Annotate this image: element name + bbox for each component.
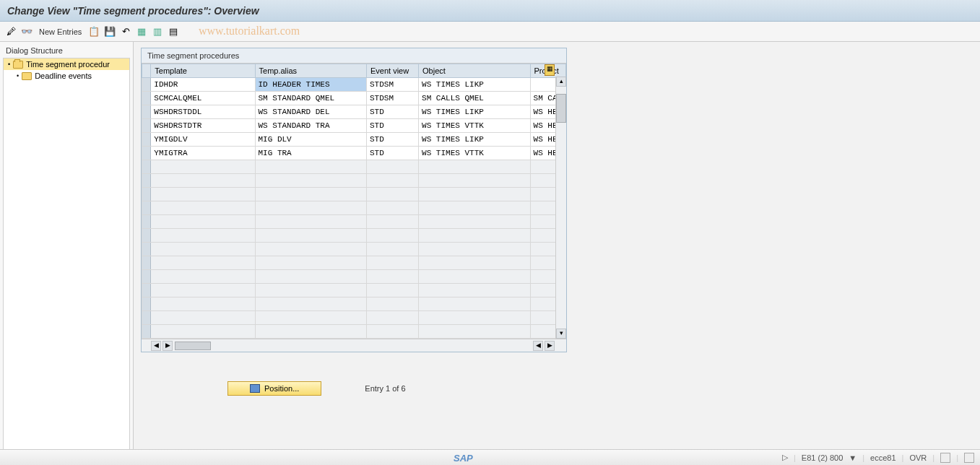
row-header[interactable] <box>142 174 151 188</box>
cell-empty[interactable] <box>255 270 366 284</box>
cell-alias[interactable]: SM STANDARD QMEL <box>255 92 366 105</box>
row-header[interactable] <box>142 229 151 243</box>
cell-empty[interactable] <box>366 188 418 201</box>
cell-empty[interactable] <box>366 229 418 243</box>
cell-empty[interactable] <box>366 215 418 229</box>
cell-template[interactable]: WSHDRSTDDL <box>151 105 255 119</box>
cell-event[interactable]: STDSM <box>366 92 418 105</box>
new-entries-button[interactable]: New Entries <box>36 27 84 36</box>
vscroll-thumb[interactable] <box>556 94 566 123</box>
cell-empty[interactable] <box>255 229 366 243</box>
col-template[interactable]: Template <box>151 64 255 78</box>
cell-empty[interactable] <box>419 270 530 284</box>
cell-empty[interactable] <box>419 215 530 229</box>
cell-empty[interactable] <box>151 174 255 188</box>
cell-object[interactable]: WS TIMES LIKP <box>419 105 530 119</box>
cell-object[interactable]: SM CALLS QMEL <box>419 92 530 105</box>
table-row-empty[interactable] <box>142 256 566 270</box>
cell-empty[interactable] <box>151 201 255 215</box>
cell-empty[interactable] <box>151 297 255 311</box>
row-header[interactable] <box>142 215 151 229</box>
cell-empty[interactable] <box>255 215 366 229</box>
cell-empty[interactable] <box>255 201 366 215</box>
row-header[interactable] <box>142 297 151 311</box>
cell-empty[interactable] <box>419 201 530 215</box>
position-button[interactable]: Position... <box>227 381 321 396</box>
cell-empty[interactable] <box>419 160 530 174</box>
cell-empty[interactable] <box>366 311 418 325</box>
cell-empty[interactable] <box>255 297 366 311</box>
glasses-icon[interactable]: 👓 <box>20 25 33 38</box>
cell-empty[interactable] <box>151 284 255 297</box>
cell-empty[interactable] <box>419 297 530 311</box>
status-system[interactable]: E81 (2) 800 <box>802 453 843 462</box>
table-row-empty[interactable] <box>142 325 566 339</box>
cell-empty[interactable] <box>151 188 255 201</box>
cell-empty[interactable] <box>419 243 530 256</box>
status-layout-icon[interactable] <box>940 453 950 463</box>
hscroll-right-icon[interactable]: ▶ <box>162 341 173 351</box>
hscroll-thumb[interactable] <box>175 342 211 350</box>
toggle-icon[interactable]: 🖉 <box>4 25 17 38</box>
dropdown-icon[interactable]: ▼ <box>849 453 857 462</box>
table-row-empty[interactable] <box>142 160 566 174</box>
tree-item-deadline[interactable]: • Deadline events <box>4 70 129 82</box>
scroll-down-icon[interactable]: ▾ <box>556 329 566 339</box>
table-row-empty[interactable] <box>142 243 566 256</box>
col-alias[interactable]: Temp.alias <box>255 64 366 78</box>
cell-alias[interactable]: WS STANDARD DEL <box>255 105 366 119</box>
table-row[interactable]: WSHDRSTDTRWS STANDARD TRASTDWS TIMES VTT… <box>142 119 566 133</box>
cell-empty[interactable] <box>255 311 366 325</box>
row-header[interactable] <box>142 270 151 284</box>
cell-empty[interactable] <box>151 311 255 325</box>
deselect-icon[interactable]: ▥ <box>151 25 164 38</box>
cell-event[interactable]: STD <box>366 105 418 119</box>
row-header[interactable] <box>142 78 151 92</box>
row-header[interactable] <box>142 284 151 297</box>
cell-empty[interactable] <box>366 201 418 215</box>
row-header[interactable] <box>142 105 151 119</box>
copy-icon[interactable]: 📋 <box>87 25 100 38</box>
table-row[interactable]: WSHDRSTDDLWS STANDARD DELSTDWS TIMES LIK… <box>142 105 566 119</box>
table-row-empty[interactable] <box>142 229 566 243</box>
cell-template[interactable]: YMIGDLV <box>151 133 255 147</box>
table-row[interactable]: YMIGTRAMIG TRASTDWS TIMES VTTKWS HEA <box>142 147 566 160</box>
cell-object[interactable]: WS TIMES VTTK <box>419 119 530 133</box>
hscroll-right2-icon[interactable]: ▶ <box>545 341 555 351</box>
cell-empty[interactable] <box>419 188 530 201</box>
cell-empty[interactable] <box>151 256 255 270</box>
cell-empty[interactable] <box>151 160 255 174</box>
cell-empty[interactable] <box>419 174 530 188</box>
cell-alias[interactable]: ID HEADER TIMES <box>255 78 366 92</box>
cell-object[interactable]: WS TIMES VTTK <box>419 147 530 160</box>
cell-empty[interactable] <box>366 325 418 339</box>
cell-alias[interactable]: MIG DLV <box>255 133 366 147</box>
row-header[interactable] <box>142 188 151 201</box>
cell-empty[interactable] <box>255 160 366 174</box>
cell-empty[interactable] <box>366 284 418 297</box>
row-header[interactable] <box>142 92 151 105</box>
cell-event[interactable]: STDSM <box>366 78 418 92</box>
cell-template[interactable]: IDHDR <box>151 78 255 92</box>
cell-object[interactable]: WS TIMES LIKP <box>419 133 530 147</box>
cell-event[interactable]: STD <box>366 133 418 147</box>
cell-template[interactable]: SCMCALQMEL <box>151 92 255 105</box>
cell-empty[interactable] <box>419 325 530 339</box>
col-event[interactable]: Event view <box>366 64 418 78</box>
table-row-empty[interactable] <box>142 284 566 297</box>
table-row-empty[interactable] <box>142 201 566 215</box>
cell-empty[interactable] <box>151 270 255 284</box>
table-row-empty[interactable] <box>142 297 566 311</box>
vscroll[interactable]: ▴ ▾ <box>555 77 566 339</box>
select-all-icon[interactable]: ▦ <box>135 25 148 38</box>
cell-object[interactable]: WS TIMES LIKP <box>419 78 530 92</box>
table-settings-icon[interactable]: ▤ <box>167 25 180 38</box>
cell-empty[interactable] <box>366 256 418 270</box>
status-lock-icon[interactable] <box>964 453 974 463</box>
cell-event[interactable]: STD <box>366 119 418 133</box>
table-row-empty[interactable] <box>142 188 566 201</box>
row-header[interactable] <box>142 133 151 147</box>
table-row-empty[interactable] <box>142 270 566 284</box>
vscroll-track[interactable] <box>556 87 566 329</box>
hscroll-left-icon[interactable]: ◀ <box>151 341 161 351</box>
